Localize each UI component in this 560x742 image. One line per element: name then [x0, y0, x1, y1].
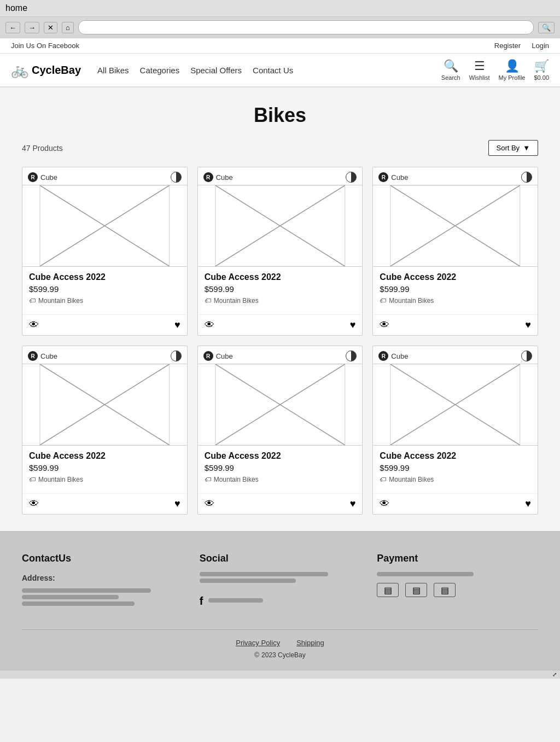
- login-link[interactable]: Login: [532, 42, 549, 50]
- shipping-link[interactable]: Shipping: [296, 639, 324, 647]
- product-category: 🏷 Mountain Bikes: [29, 476, 180, 483]
- tag-icon: 🏷: [205, 476, 211, 483]
- home-button[interactable]: ⌂: [62, 22, 74, 33]
- card-footer: 👁 ♥: [373, 493, 538, 514]
- product-title: Cube Access 2022: [380, 272, 531, 282]
- footer-links: Privacy Policy Shipping: [22, 639, 538, 647]
- product-price: $599.99: [380, 284, 531, 294]
- tag-icon: 🏷: [29, 476, 36, 483]
- forward-button[interactable]: →: [25, 22, 39, 33]
- product-price: $599.99: [29, 284, 180, 294]
- facebook-handle: [208, 598, 263, 603]
- view-icon[interactable]: 👁: [205, 498, 214, 510]
- wishlist-heart-icon[interactable]: ♥: [174, 319, 180, 331]
- close-button[interactable]: ✕: [44, 22, 57, 33]
- payment-icons: ▤ ▤ ▤: [377, 583, 538, 597]
- cart-action[interactable]: 🛒 $0.00: [534, 59, 549, 81]
- card-footer: 👁 ♥: [198, 493, 363, 514]
- wishlist-heart-icon[interactable]: ♥: [525, 498, 531, 510]
- card-header: R Cube: [373, 346, 538, 364]
- address-line-3: [22, 601, 135, 606]
- top-bar: Join Us On Facebook Register Login: [0, 38, 560, 54]
- brand-badge: R: [378, 172, 388, 182]
- card-header: R Cube: [373, 167, 538, 185]
- nav-all-bikes[interactable]: All Bikes: [97, 66, 129, 75]
- tag-icon: 🏷: [380, 297, 386, 305]
- payment-heading: Payment: [377, 553, 538, 564]
- browser-nav: ← → ✕ ⌂ 🔍: [0, 17, 560, 38]
- card-header: R Cube: [22, 346, 187, 364]
- profile-action[interactable]: 👤 My Profile: [499, 59, 526, 81]
- product-category: 🏷 Mountain Bikes: [380, 297, 531, 305]
- nav-contact-us[interactable]: Contact Us: [253, 66, 293, 75]
- brand-name: Cube: [391, 173, 408, 182]
- product-grid: R Cube Cube Access 2022 $599.99 🏷 Mounta…: [22, 167, 538, 515]
- wishlist-heart-icon[interactable]: ♥: [525, 319, 531, 331]
- footer-copyright: © 2023 CycleBay: [22, 651, 538, 659]
- wishlist-heart-icon[interactable]: ♥: [174, 498, 180, 510]
- view-icon[interactable]: 👁: [380, 319, 389, 331]
- tag-icon: 🏷: [205, 297, 211, 305]
- product-category: 🏷 Mountain Bikes: [205, 476, 356, 483]
- wishlist-heart-icon[interactable]: ♥: [350, 498, 356, 510]
- search-action[interactable]: 🔍 Search: [441, 59, 460, 81]
- product-card: R Cube Cube Access 2022 $599.99 🏷 Mounta…: [372, 167, 538, 336]
- product-title: Cube Access 2022: [29, 451, 180, 461]
- payment-card-3-icon: ▤: [434, 583, 456, 597]
- header-actions: 🔍 Search ☰ Wishlist 👤 My Profile 🛒 $0.00: [441, 59, 549, 81]
- view-icon[interactable]: 👁: [380, 498, 389, 510]
- footer-contact: ContactUs Address:: [22, 553, 183, 613]
- nav-categories[interactable]: Categories: [140, 66, 180, 75]
- card-brand: R Cube: [203, 351, 233, 361]
- color-swatch-icon[interactable]: [521, 350, 532, 361]
- card-footer: 👁 ♥: [22, 493, 187, 514]
- sort-label: Sort By: [497, 144, 520, 152]
- sort-button[interactable]: Sort By ▼: [488, 140, 539, 156]
- product-image: [22, 364, 187, 446]
- product-price: $599.99: [205, 463, 356, 472]
- color-swatch-icon[interactable]: [171, 350, 182, 361]
- copyright-icon: ©: [254, 651, 259, 659]
- wishlist-action[interactable]: ☰ Wishlist: [469, 59, 490, 81]
- footer-bottom: Privacy Policy Shipping © 2023 CycleBay: [22, 629, 538, 659]
- social-line-2: [200, 579, 296, 583]
- color-swatch-icon[interactable]: [171, 172, 182, 183]
- view-icon[interactable]: 👁: [29, 319, 39, 331]
- url-bar[interactable]: [78, 20, 534, 34]
- card-body: Cube Access 2022 $599.99 🏷 Mountain Bike…: [22, 446, 187, 493]
- card-brand: R Cube: [28, 172, 57, 182]
- social-line-1: [200, 572, 329, 576]
- color-swatch-icon[interactable]: [346, 350, 357, 361]
- copyright-text: 2023 CycleBay: [261, 651, 306, 659]
- logo[interactable]: 🚲 CycleBay: [11, 62, 81, 79]
- view-icon[interactable]: 👁: [205, 319, 214, 331]
- view-icon[interactable]: 👁: [29, 498, 39, 510]
- browser-tab-title: home: [5, 3, 27, 13]
- facebook-link[interactable]: Join Us On Facebook: [11, 42, 79, 50]
- register-link[interactable]: Register: [494, 42, 521, 50]
- address-line-2: [22, 595, 119, 599]
- product-card: R Cube Cube Access 2022 $599.99 🏷 Mounta…: [197, 346, 363, 515]
- page-title: Bikes: [22, 104, 538, 127]
- footer: ContactUs Address: Social f Payment ▤ ▤ …: [0, 531, 560, 670]
- wishlist-label: Wishlist: [469, 74, 490, 81]
- product-image: [198, 364, 363, 446]
- card-header: R Cube: [198, 167, 363, 185]
- card-brand: R Cube: [378, 172, 408, 182]
- color-swatch-icon[interactable]: [521, 172, 532, 183]
- product-card: R Cube Cube Access 2022 $599.99 🏷 Mounta…: [22, 167, 188, 336]
- category-name: Mountain Bikes: [214, 297, 259, 305]
- tag-icon: 🏷: [380, 476, 386, 483]
- facebook-icon[interactable]: f: [200, 595, 203, 607]
- category-name: Mountain Bikes: [214, 476, 259, 483]
- nav-special-offers[interactable]: Special Offers: [190, 66, 242, 75]
- browser-search-button[interactable]: 🔍: [538, 22, 555, 33]
- color-swatch-icon[interactable]: [346, 172, 357, 183]
- back-button[interactable]: ←: [5, 22, 20, 33]
- card-body: Cube Access 2022 $599.99 🏷 Mountain Bike…: [373, 267, 538, 314]
- wishlist-heart-icon[interactable]: ♥: [350, 319, 356, 331]
- top-bar-right: Register Login: [494, 42, 549, 50]
- logo-text: CycleBay: [32, 64, 81, 77]
- card-footer: 👁 ♥: [198, 314, 363, 335]
- privacy-policy-link[interactable]: Privacy Policy: [236, 639, 280, 647]
